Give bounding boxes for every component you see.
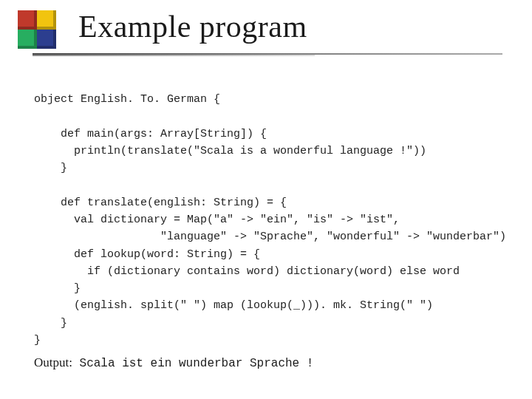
output-line: Output: Scala ist ein wunderbar Sprache … <box>34 353 502 373</box>
code-line: (english. split(" ") map (lookup(_))). m… <box>34 299 433 312</box>
code-line: } <box>34 162 67 174</box>
logo-square-blue <box>37 30 56 49</box>
output-label: Output: <box>34 355 72 369</box>
slide-logo <box>18 10 59 52</box>
logo-square-yellow <box>37 10 56 30</box>
code-line: def translate(english: String) = { <box>34 197 287 209</box>
code-line: "language" -> "Sprache", "wonderful" -> … <box>34 231 506 243</box>
code-line: if (dictionary contains word) dictionary… <box>34 265 460 278</box>
code-line: } <box>34 334 41 347</box>
code-block: object English. To. German { def main(ar… <box>34 74 502 349</box>
logo-square-red <box>18 10 37 30</box>
slide: Example program object English. To. Germ… <box>0 0 532 399</box>
code-line: def lookup(word: String) = { <box>34 248 260 261</box>
code-line: object English. To. German { <box>34 93 220 106</box>
output-text: Scala ist ein wunderbar Sprache ! <box>72 357 313 370</box>
slide-body: object English. To. German { def main(ar… <box>34 74 502 373</box>
code-line: val dictionary = Map("a" -> "ein", "is" … <box>34 214 400 226</box>
code-line: println(translate("Scala is a wonderful … <box>34 145 426 157</box>
code-line: } <box>34 317 67 330</box>
logo-square-green <box>18 30 37 49</box>
code-line: } <box>34 282 81 295</box>
slide-title: Example program <box>78 9 307 44</box>
code-line: def main(args: Array[String]) { <box>34 128 267 140</box>
title-underline <box>33 53 502 56</box>
